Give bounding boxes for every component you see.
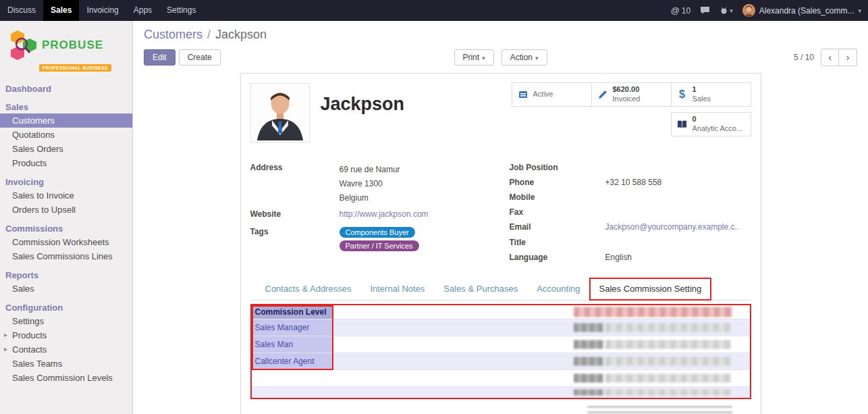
chat-bubble-icon (700, 6, 710, 15)
sidebar-item-sales-commissions-lines[interactable]: Sales Commissions Lines (0, 249, 132, 263)
tab-sales-commission-setting[interactable]: Sales Commission Setting (590, 278, 711, 300)
tags-value: Components Buyer Partner / IT Services (340, 227, 422, 254)
fax-label: Fax (510, 207, 605, 219)
main-content: Customers / Jackpson Edit Create Print▾ … (133, 21, 868, 414)
field-tags: Tags Components Buyer Partner / IT Servi… (250, 227, 492, 254)
sidebar-item-sales-teams[interactable]: Sales Teams (0, 357, 132, 371)
logo-hexagons-icon (8, 29, 38, 61)
tag-components-buyer[interactable]: Components Buyer (340, 227, 415, 238)
menu-apps[interactable]: Apps (126, 0, 159, 21)
sidebar-item-commission-worksheets[interactable]: Commission Worksheets (0, 235, 132, 249)
control-panel-buttons: Edit Create Print▾ Action▾ 5 / 10 ‹› (144, 48, 857, 66)
user-menu[interactable]: Alexandra (Sales_comm... ▾ (742, 4, 861, 17)
table-header-row: Commission Level (252, 305, 750, 319)
cell-commission-level[interactable]: Sales Man (252, 336, 332, 353)
table-row-sales-man[interactable]: Sales Man (252, 336, 750, 353)
language-value[interactable]: English (605, 253, 632, 264)
title-label: Title (510, 238, 605, 249)
column-header-commission-level[interactable]: Commission Level (252, 305, 332, 319)
debug-icon[interactable]: ▾ (720, 6, 733, 15)
customer-photo[interactable] (250, 83, 310, 143)
stat-label: Sales (693, 95, 711, 104)
menu-invoicing[interactable]: Invoicing (79, 0, 126, 21)
action-label: Action (510, 53, 533, 62)
mentions-counter[interactable]: @ 10 (671, 5, 691, 16)
menu-sales[interactable]: Sales (43, 0, 79, 21)
sidebar-item-reports-sales[interactable]: Sales (0, 282, 132, 296)
field-website: Website http://www.jackpson.com (250, 209, 492, 221)
action-dropdown-button[interactable]: Action▾ (501, 49, 547, 66)
sidebar-item-sales-to-invoice[interactable]: Sales to Invoice (0, 188, 132, 203)
website-link[interactable]: http://www.jackpson.com (340, 209, 429, 219)
messages-icon[interactable] (700, 6, 710, 15)
bug-glyph-icon (720, 6, 728, 15)
top-menu: Discuss Sales Invoicing Apps Settings (0, 0, 203, 21)
sidebar-item-sales-orders[interactable]: Sales Orders (0, 142, 132, 156)
company-logo[interactable]: PROBUSE PROFESSIONAL BUSINESS (0, 21, 132, 77)
sidebar-item-settings[interactable]: Settings (0, 314, 132, 328)
breadcrumb-current: Jackpson (215, 28, 267, 41)
form-sheet: Jackpson Active (240, 73, 761, 414)
website-label: Website (250, 209, 340, 221)
sidebar-item-products[interactable]: Products (0, 156, 132, 170)
sidebar-section-commissions[interactable]: Commissions (0, 222, 132, 235)
cell-empty (252, 387, 332, 398)
job-position-label: Job Position (510, 163, 605, 174)
sidebar-item-config-contacts[interactable]: ▸Contacts (0, 342, 132, 357)
sidebar-section-invoicing[interactable]: Invoicing (0, 175, 132, 188)
table-row-callcenter-agent[interactable]: Callcenter Agent (252, 353, 750, 370)
tag-partner-it-services[interactable]: Partner / IT Services (340, 240, 419, 251)
edit-button[interactable]: Edit (144, 49, 175, 66)
stat-button-active[interactable]: Active (512, 82, 592, 107)
sidebar-section-reports[interactable]: Reports (0, 268, 132, 282)
chevron-right-icon: ▸ (4, 331, 7, 338)
cell-commission-level[interactable]: Callcenter Agent (252, 353, 332, 369)
pager-previous-button[interactable]: ‹ (821, 49, 839, 66)
phone-value[interactable]: +32 10 588 558 (605, 178, 662, 189)
table-empty-row[interactable] (252, 370, 750, 387)
sidebar-section-configuration[interactable]: Configuration (0, 301, 132, 314)
tab-sales-purchases[interactable]: Sales & Purchases (434, 278, 527, 300)
pager-next-button[interactable]: › (839, 49, 857, 66)
sidebar-section-dashboard[interactable]: Dashboard (0, 82, 132, 95)
stat-button-analytic-accounts[interactable]: 0 Analytic Acco... (671, 112, 751, 136)
breadcrumb-separator: / (207, 28, 211, 41)
print-dropdown-button[interactable]: Print▾ (454, 49, 493, 66)
table-row-sales-manager[interactable]: Sales Manager (252, 319, 750, 336)
breadcrumb-customers-link[interactable]: Customers (144, 28, 202, 41)
sidebar-item-sales-commission-levels[interactable]: Sales Commission Levels (0, 371, 132, 385)
menu-discuss[interactable]: Discuss (0, 0, 43, 21)
sidebar-section-sales[interactable]: Sales (0, 100, 132, 113)
stat-value: 0 (693, 115, 743, 124)
tab-internal-notes[interactable]: Internal Notes (360, 278, 434, 300)
pager: 5 / 10 ‹› (794, 49, 857, 66)
sidebar-item-quotations[interactable]: Quotations (0, 128, 132, 142)
redacted-cell (574, 324, 603, 332)
redacted-cell (574, 340, 603, 349)
sidebar-item-config-products[interactable]: ▸Products (0, 328, 132, 342)
redacted-cell (605, 340, 731, 349)
sidebar-item-label: Products (12, 330, 47, 340)
app-body: PROBUSE PROFESSIONAL BUSINESS Dashboard … (0, 21, 868, 414)
sidebar-item-orders-to-upsell[interactable]: Orders to Upsell (0, 203, 132, 217)
address-street: 69 rue de Namur (340, 163, 400, 177)
cell-commission-level[interactable]: Sales Manager (252, 319, 332, 336)
email-link[interactable]: Jackpson@yourcompany.example.c.. (605, 222, 740, 232)
field-language: Language English (510, 253, 751, 264)
menu-settings[interactable]: Settings (159, 0, 203, 21)
tab-accounting[interactable]: Accounting (527, 278, 589, 300)
address-value[interactable]: 69 rue de Namur Wavre 1300 Belgium (340, 163, 400, 205)
stat-button-invoiced[interactable]: $620.00 Invoiced (591, 82, 672, 107)
field-email: Email Jackpson@yourcompany.example.c.. (510, 222, 751, 234)
customer-avatar-image (252, 85, 308, 140)
sidebar-item-customers[interactable]: Customers (0, 113, 132, 128)
address-label: Address (250, 163, 340, 205)
tags-label: Tags (250, 227, 340, 254)
redacted-cell (574, 374, 603, 383)
create-button[interactable]: Create (179, 49, 221, 66)
field-mobile: Mobile (510, 192, 751, 204)
tab-contacts-addresses[interactable]: Contacts & Addresses (256, 278, 361, 300)
email-label: Email (510, 222, 605, 234)
stat-button-sales[interactable]: $ 1 Sales (671, 82, 751, 107)
field-fax: Fax (510, 207, 751, 219)
